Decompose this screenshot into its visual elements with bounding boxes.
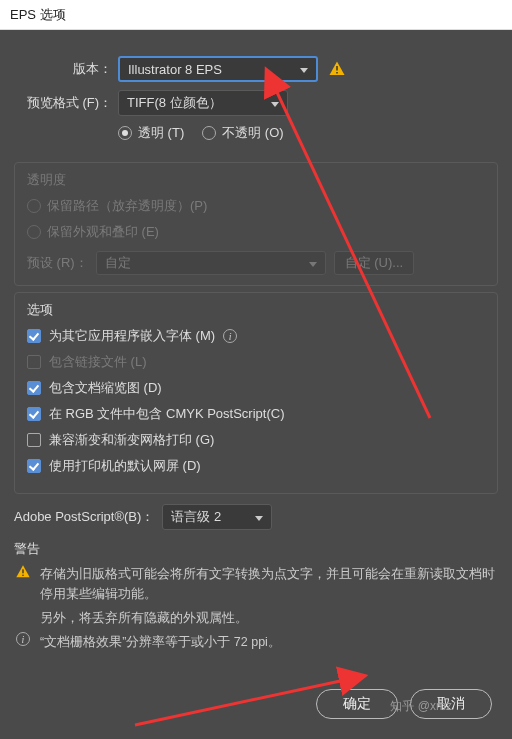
- radio-dot-icon: [202, 126, 216, 140]
- preview-value: TIFF(8 位颜色）: [127, 94, 222, 112]
- radio-opaque[interactable]: 不透明 (O): [202, 124, 283, 142]
- option-row: 使用打印机的默认网屏 (D): [27, 457, 485, 475]
- postscript-select[interactable]: 语言级 2: [162, 504, 272, 530]
- option-row: 兼容渐变和渐变网格打印 (G): [27, 431, 485, 449]
- transparency-title: 透明度: [27, 171, 485, 189]
- warning-icon: [14, 564, 32, 580]
- option-row: 包含链接文件 (L): [27, 353, 485, 371]
- option-checkbox[interactable]: [27, 407, 41, 421]
- svg-rect-3: [22, 575, 23, 576]
- svg-rect-0: [336, 66, 338, 71]
- option-label: 为其它应用程序嵌入字体 (M): [49, 327, 215, 345]
- option-checkbox[interactable]: [27, 459, 41, 473]
- radio-dot-icon: [118, 126, 132, 140]
- radio-preserve-appearance: 保留外观和叠印 (E): [27, 223, 159, 241]
- option-row: 为其它应用程序嵌入字体 (M)i: [27, 327, 485, 345]
- preview-row: 预览格式 (F)： TIFF(8 位颜色）: [16, 90, 496, 116]
- version-row: 版本： Illustrator 8 EPS: [16, 56, 496, 82]
- version-select[interactable]: Illustrator 8 EPS: [118, 56, 318, 82]
- postscript-value: 语言级 2: [171, 508, 221, 526]
- custom-button: 自定 (U)...: [334, 251, 415, 275]
- option-row: 包含文档缩览图 (D): [27, 379, 485, 397]
- options-title: 选项: [27, 301, 485, 319]
- preview-select[interactable]: TIFF(8 位颜色）: [118, 90, 288, 116]
- ok-button[interactable]: 确定: [316, 689, 398, 719]
- radio-preserve-paths: 保留路径（放弃透明度）(P): [27, 197, 207, 215]
- transparency-radio-group: 透明 (T) 不透明 (O): [118, 124, 496, 142]
- option-label: 包含文档缩览图 (D): [49, 379, 162, 397]
- warnings-section: 警告 存储为旧版格式可能会将所有文字转换为点文字，并且可能会在重新读取文档时停用…: [14, 540, 498, 652]
- preset-select: 自定: [96, 251, 326, 275]
- warning-icon: [328, 60, 346, 78]
- warning-text-3: “文档栅格效果”分辨率等于或小于 72 ppi。: [40, 632, 498, 652]
- svg-rect-2: [22, 569, 23, 573]
- preview-label: 预览格式 (F)：: [16, 94, 112, 112]
- version-value: Illustrator 8 EPS: [128, 62, 222, 77]
- option-checkbox[interactable]: [27, 433, 41, 447]
- preset-label: 预设 (R)：: [27, 254, 88, 272]
- svg-line-5: [135, 680, 345, 725]
- dialog-buttons: 确定 取消: [316, 689, 492, 719]
- options-panel: 选项 为其它应用程序嵌入字体 (M)i包含链接文件 (L)包含文档缩览图 (D)…: [14, 292, 498, 494]
- title-bar: EPS 选项: [0, 0, 512, 30]
- transparency-panel: 透明度 保留路径（放弃透明度）(P) 保留外观和叠印 (E) 预设 (R)： 自…: [14, 162, 498, 286]
- info-icon: i: [14, 632, 32, 646]
- info-icon[interactable]: i: [223, 329, 237, 343]
- version-label: 版本：: [16, 60, 112, 78]
- option-checkbox[interactable]: [27, 329, 41, 343]
- warning-text-2: 另外，将丢弃所有隐藏的外观属性。: [40, 608, 498, 628]
- radio-transparent[interactable]: 透明 (T): [118, 124, 184, 142]
- option-label: 使用打印机的默认网屏 (D): [49, 457, 201, 475]
- dialog-body: 版本： Illustrator 8 EPS 预览格式 (F)： TIFF(8 位…: [0, 30, 512, 739]
- option-checkbox: [27, 355, 41, 369]
- option-row: 在 RGB 文件中包含 CMYK PostScript(C): [27, 405, 485, 423]
- option-label: 兼容渐变和渐变网格打印 (G): [49, 431, 214, 449]
- warnings-title: 警告: [14, 540, 498, 558]
- postscript-row: Adobe PostScript®(B)： 语言级 2: [14, 504, 498, 530]
- option-label: 包含链接文件 (L): [49, 353, 147, 371]
- warning-text-1: 存储为旧版格式可能会将所有文字转换为点文字，并且可能会在重新读取文档时停用某些编…: [40, 564, 498, 604]
- svg-rect-1: [336, 72, 338, 74]
- postscript-label: Adobe PostScript®(B)：: [14, 508, 154, 526]
- window-title: EPS 选项: [10, 7, 66, 22]
- option-label: 在 RGB 文件中包含 CMYK PostScript(C): [49, 405, 284, 423]
- option-checkbox[interactable]: [27, 381, 41, 395]
- cancel-button[interactable]: 取消: [410, 689, 492, 719]
